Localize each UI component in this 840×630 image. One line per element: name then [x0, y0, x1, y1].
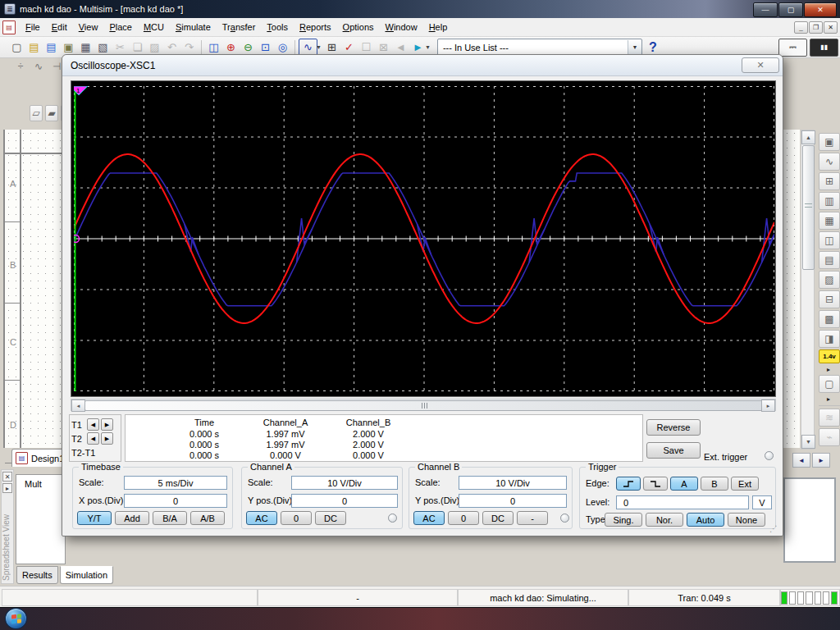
mode-add-button[interactable]: Add — [115, 511, 149, 525]
mode-yt-button[interactable]: Y/T — [77, 511, 112, 525]
rising-edge-button[interactable] — [616, 477, 641, 491]
mode-dc-button[interactable]: DC — [315, 511, 346, 525]
channel-b-scale-field[interactable]: 10 V/Div — [459, 476, 567, 490]
open-sample-icon[interactable]: ▤ — [43, 39, 60, 56]
mdi-close-button[interactable]: ✕ — [824, 21, 838, 34]
menu-place[interactable]: Place — [103, 20, 138, 34]
schematic-vscrollbar[interactable]: ▲ ▼ — [801, 130, 815, 450]
function-generator-icon[interactable]: ∿ — [819, 153, 840, 171]
trigger-level-field[interactable]: 0 — [616, 495, 749, 509]
print-icon[interactable]: ▦ — [77, 39, 94, 56]
pause-button[interactable]: ▮▮ — [810, 39, 838, 57]
iv-analyzer-icon[interactable]: ◨ — [819, 330, 840, 348]
menu-file[interactable]: File — [20, 20, 46, 34]
help-icon[interactable]: ? — [649, 40, 657, 55]
frequency-counter-icon[interactable]: ▤ — [819, 251, 840, 269]
trigger-ext-button[interactable]: Ext — [731, 477, 759, 491]
design-toolbox-icon[interactable]: ◫ — [205, 39, 222, 56]
save-file-icon[interactable]: ▣ — [60, 39, 77, 56]
fragment-icon[interactable]: ▱ — [30, 105, 43, 121]
mode-ba-button[interactable]: B/A — [153, 511, 187, 525]
mode-ab-button[interactable]: A/B — [190, 511, 225, 525]
trigger-level-unit[interactable]: V — [752, 495, 772, 509]
mode-0-button[interactable]: 0 — [281, 511, 312, 525]
new-file-icon[interactable]: ▢ — [8, 39, 25, 56]
hscroll-thumb[interactable] — [84, 400, 764, 411]
resize-grip-icon[interactable]: ⋰ — [769, 524, 778, 533]
spreadsheet-close-icon[interactable]: ✕ — [2, 472, 12, 482]
menu-mcu[interactable]: MCU — [138, 20, 170, 34]
multimeter-icon[interactable]: ▣ — [819, 133, 840, 151]
timebase-xpos-field[interactable]: 0 — [124, 494, 227, 508]
tab-results[interactable]: Results — [16, 566, 58, 584]
fragment-icon[interactable]: ▰ — [45, 105, 58, 121]
grapher-icon[interactable]: ⊞ — [323, 39, 340, 56]
start-button[interactable] — [5, 608, 27, 629]
wattmeter-icon[interactable]: ⊞ — [819, 172, 840, 190]
mode-ac-button[interactable]: AC — [413, 511, 445, 525]
oscilloscope-close-button[interactable]: ✕ — [742, 57, 779, 73]
menu-simulate[interactable]: Simulate — [170, 20, 217, 34]
mode-none-button[interactable]: None — [728, 513, 765, 527]
labview-dropdown-arrow-icon[interactable]: ▸ — [819, 395, 838, 403]
run-switch-button[interactable]: ⎓ — [778, 39, 807, 57]
mode-auto-button[interactable]: Auto — [687, 513, 724, 527]
menu-edit[interactable]: Edit — [46, 20, 73, 34]
zoom-in-icon[interactable]: ⊕ — [222, 39, 240, 56]
logic-analyzer-icon[interactable]: ▩ — [819, 310, 840, 328]
ext-trigger-radio[interactable] — [765, 451, 774, 460]
menu-options[interactable]: Options — [337, 20, 380, 34]
menu-tools[interactable]: Tools — [261, 20, 294, 34]
mode-ac-button[interactable]: AC — [246, 511, 277, 525]
bode-plotter-icon[interactable]: ◫ — [819, 231, 840, 249]
reverse-button[interactable]: Reverse — [646, 419, 701, 436]
zoom-area-icon[interactable]: ⊡ — [257, 39, 274, 56]
four-channel-oscilloscope-icon[interactable]: ▦ — [819, 212, 840, 230]
schematic-sheet[interactable]: ABCD — [3, 130, 66, 448]
maximize-button[interactable]: ▢ — [778, 2, 803, 17]
menu-view[interactable]: View — [73, 20, 104, 34]
cursor-left-icon[interactable]: ◀ — [87, 418, 99, 431]
cursor-left-icon[interactable]: ◀ — [87, 432, 99, 445]
source-component-icon[interactable]: ∿ — [31, 61, 46, 72]
scope-hscrollbar[interactable]: ◄ ► — [71, 399, 776, 411]
forward-annotate-icon[interactable]: ► — [409, 39, 427, 56]
trigger-a-button[interactable]: A — [670, 477, 698, 491]
combo-dropdown-icon[interactable]: ▼ — [628, 40, 641, 55]
mode-0-button[interactable]: 0 — [448, 511, 479, 525]
divider-component-icon[interactable]: ÷ — [13, 61, 28, 72]
mode-nor-button[interactable]: Nor. — [646, 513, 683, 527]
zoom-out-icon[interactable]: ⊖ — [240, 39, 257, 56]
scroll-thumb[interactable] — [802, 145, 815, 270]
open-file-icon[interactable]: ▤ — [25, 39, 43, 56]
zoom-fit-icon[interactable]: ◎ — [274, 39, 291, 56]
timebase-scale-field[interactable]: 5 ms/Div — [124, 476, 227, 490]
schematic-sheet-right[interactable] — [783, 130, 800, 448]
hscroll-right-icon[interactable]: ► — [761, 399, 775, 412]
mdi-restore-button[interactable]: ❐ — [809, 21, 823, 34]
mdi-minimize-button[interactable]: _ — [794, 21, 808, 34]
channel-b-ypos-field[interactable]: 0 — [459, 494, 567, 508]
oscilloscope-titlebar[interactable]: Oscilloscope-XSC1 — [62, 55, 783, 76]
hscroll-left-icon[interactable]: ◄ — [71, 399, 85, 412]
tab-simulation[interactable]: Simulation — [60, 566, 113, 584]
cursor-right-icon[interactable]: ▶ — [101, 418, 113, 431]
logic-converter-icon[interactable]: ⊟ — [819, 290, 840, 308]
mode-dc-button[interactable]: DC — [482, 511, 514, 525]
menu-transfer[interactable]: Transfer — [217, 20, 262, 34]
forward-annotate-dropdown-icon[interactable]: ▼ — [425, 44, 431, 50]
scroll-down-icon[interactable]: ▼ — [801, 435, 815, 449]
word-generator-icon[interactable]: ▨ — [819, 271, 840, 289]
tab-scroll-right-icon[interactable]: ► — [812, 453, 830, 468]
falling-edge-button[interactable] — [643, 477, 668, 491]
oscilloscope-icon[interactable]: ▥ — [819, 192, 840, 210]
probe-dropdown-arrow-icon[interactable]: ▸ — [819, 365, 838, 373]
cursor-right-icon[interactable]: ▶ — [101, 432, 113, 445]
channel-a-scale-field[interactable]: 10 V/Div — [291, 476, 398, 490]
menu-reports[interactable]: Reports — [294, 20, 337, 34]
scroll-up-icon[interactable]: ▲ — [801, 130, 815, 144]
close-button[interactable]: ✕ — [804, 2, 837, 17]
save-button[interactable]: Save — [646, 442, 701, 459]
menu-window[interactable]: Window — [380, 20, 423, 34]
measurement-probe-icon[interactable]: 1.4v — [819, 349, 840, 363]
